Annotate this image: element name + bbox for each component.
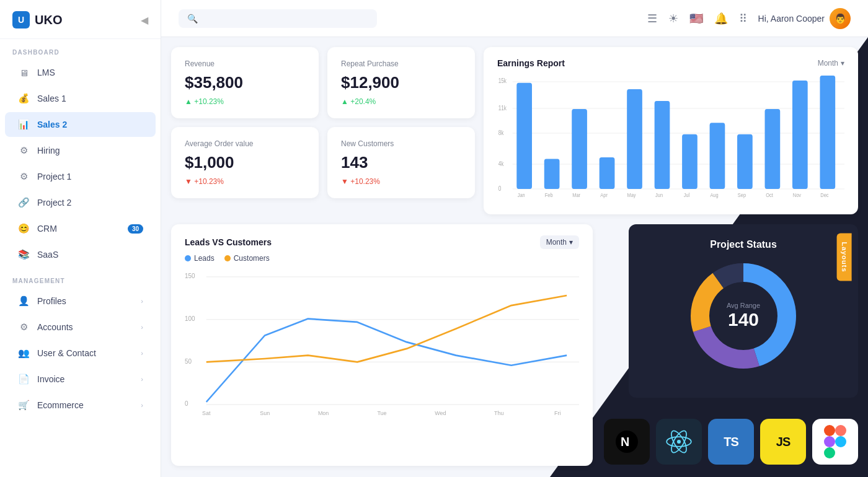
sidebar-item-crm[interactable]: 😊 CRM 30 xyxy=(5,216,156,241)
leads-customers-card: Leads VS Customers Month ▾ Leads Custome… xyxy=(171,224,593,466)
leads-month-selector[interactable]: Month ▾ xyxy=(540,235,579,249)
leads-header: Leads VS Customers Month ▾ xyxy=(185,235,579,249)
project2-icon: 🔗 xyxy=(17,196,30,209)
svg-rect-20 xyxy=(792,81,808,189)
svg-rect-63 xyxy=(824,447,835,458)
nextjs-icon: N xyxy=(616,431,638,453)
avg-order-label: Average Order value xyxy=(185,139,305,148)
sidebar-item-saas[interactable]: 📚 SaaS xyxy=(5,242,156,267)
layouts-tab[interactable]: Layouts xyxy=(836,233,851,281)
sun-icon[interactable]: ☀ xyxy=(668,12,678,25)
logo-icon: U xyxy=(12,11,30,28)
sidebar-item-label: Ecommerce xyxy=(37,400,84,410)
svg-rect-61 xyxy=(835,425,846,436)
sidebar-item-lms[interactable]: 🖥 LMS xyxy=(5,60,156,85)
svg-rect-62 xyxy=(824,436,835,447)
svg-rect-18 xyxy=(737,134,753,189)
leads-label: Leads xyxy=(194,254,215,263)
svg-text:Fri: Fri xyxy=(554,410,560,416)
sidebar-item-sales2[interactable]: 📊 Sales 2 xyxy=(5,112,156,137)
user-contact-icon: 👥 xyxy=(17,347,30,359)
repeat-purchase-change: ▲ +20.4% xyxy=(341,97,461,106)
svg-point-64 xyxy=(835,436,846,447)
sidebar-item-sales1[interactable]: 💰 Sales 1 xyxy=(5,86,156,111)
svg-rect-12 xyxy=(572,109,587,189)
chevron-down-icon: ▾ xyxy=(569,238,573,247)
project1-icon: ⚙ xyxy=(17,170,30,183)
svg-text:Jan: Jan xyxy=(518,192,525,198)
chevron-right-icon: › xyxy=(141,297,143,305)
figma-badge xyxy=(812,419,858,465)
revenue-change: ▲ +10.23% xyxy=(185,97,305,106)
new-customers-value: 143 xyxy=(341,153,461,172)
svg-text:N: N xyxy=(621,435,629,449)
hiring-icon: ⚙ xyxy=(17,144,30,157)
sidebar-item-user-contact[interactable]: 👥 User & Contact › xyxy=(5,341,156,365)
user-info: Hi, Aaron Cooper 👨 xyxy=(758,8,851,29)
svg-text:Sat: Sat xyxy=(202,410,211,416)
sidebar-item-label: Project 2 xyxy=(37,198,71,208)
svg-text:Apr: Apr xyxy=(600,192,608,198)
chevron-down-icon: ▾ xyxy=(841,59,844,68)
avatar: 👨 xyxy=(830,8,851,29)
flag-icon[interactable]: 🇺🇸 xyxy=(689,12,703,25)
month-selector[interactable]: Month ▾ xyxy=(818,59,844,68)
sidebar-item-hiring[interactable]: ⚙ Hiring xyxy=(5,138,156,163)
leads-legend: Leads Customers xyxy=(185,254,579,263)
project-status-card: Project Status Avg Range xyxy=(629,224,858,398)
svg-text:150: 150 xyxy=(185,273,195,279)
user-greeting: Hi, Aaron Cooper xyxy=(758,14,825,24)
sidebar-item-label: Profiles xyxy=(37,296,66,306)
sidebar-item-accounts[interactable]: ⚙ Accounts › xyxy=(5,315,156,339)
sidebar-item-ecommerce[interactable]: 🛒 Ecommerce › xyxy=(5,393,156,418)
saas-icon: 📚 xyxy=(17,248,30,261)
content-area: Revenue $35,800 ▲ +10.23% Repeat Purchas… xyxy=(161,37,868,477)
svg-text:4k: 4k xyxy=(498,160,504,167)
new-customers-card: New Customers 143 ▼ +10.23% xyxy=(327,127,475,198)
sidebar-item-label: Project 1 xyxy=(37,172,71,182)
sidebar-item-profiles[interactable]: 👤 Profiles › xyxy=(5,289,156,313)
avg-range-label: Avg Range xyxy=(727,302,760,309)
grid-icon[interactable]: ⠿ xyxy=(739,12,747,25)
bell-icon[interactable]: 🔔 xyxy=(714,12,728,25)
svg-text:Mar: Mar xyxy=(572,192,580,198)
svg-text:11k: 11k xyxy=(498,105,507,112)
svg-text:Wed: Wed xyxy=(435,410,446,416)
react-icon xyxy=(665,428,693,455)
month-label: Month xyxy=(818,59,838,68)
svg-text:Sep: Sep xyxy=(738,192,746,198)
sidebar-item-invoice[interactable]: 📄 Invoice › xyxy=(5,367,156,392)
main-area: 🔍 ☰ ☀ 🇺🇸 🔔 ⠿ Hi, Aaron Cooper 👨 Revenue … xyxy=(161,0,868,477)
sidebar-item-label: Sales 1 xyxy=(37,94,66,103)
svg-text:Sun: Sun xyxy=(260,410,270,416)
chevron-right-icon: › xyxy=(141,401,143,409)
menu-icon[interactable]: ☰ xyxy=(647,12,657,25)
accounts-icon: ⚙ xyxy=(17,321,30,333)
svg-point-59 xyxy=(677,440,681,444)
search-box[interactable]: 🔍 xyxy=(179,9,377,28)
svg-rect-13 xyxy=(600,157,615,189)
figma-icon xyxy=(824,425,846,458)
header-actions: ☰ ☀ 🇺🇸 🔔 ⠿ Hi, Aaron Cooper 👨 xyxy=(647,8,851,29)
invoice-icon: 📄 xyxy=(17,373,30,385)
earnings-bar-chart: 15k 11k 8k 4k 0 xyxy=(497,74,844,198)
search-icon: 🔍 xyxy=(187,14,198,24)
svg-text:0: 0 xyxy=(185,400,188,407)
sidebar-item-label: SaaS xyxy=(37,250,58,260)
svg-text:0: 0 xyxy=(498,185,502,192)
new-customers-label: New Customers xyxy=(341,139,461,148)
sidebar-item-project2[interactable]: 🔗 Project 2 xyxy=(5,190,156,215)
logo: U UKO xyxy=(12,11,62,28)
sidebar-item-project1[interactable]: ⚙ Project 1 xyxy=(5,164,156,189)
svg-text:Tue: Tue xyxy=(377,410,386,416)
leads-line-chart: 150 100 50 0 Sat Sun Mon Tue Wed Thu xyxy=(185,269,579,449)
sidebar-item-label: Invoice xyxy=(37,374,64,384)
collapse-button[interactable]: ◀ xyxy=(141,14,148,26)
sidebar: U UKO ◀ DASHBOARD 🖥 LMS 💰 Sales 1 📊 Sale… xyxy=(0,0,161,477)
svg-text:15k: 15k xyxy=(498,77,507,84)
new-customers-change: ▼ +10.23% xyxy=(341,177,461,186)
svg-rect-15 xyxy=(655,101,670,189)
svg-rect-19 xyxy=(765,109,781,189)
earnings-header: Earnings Report Month ▾ xyxy=(497,58,844,68)
svg-rect-21 xyxy=(820,76,835,189)
